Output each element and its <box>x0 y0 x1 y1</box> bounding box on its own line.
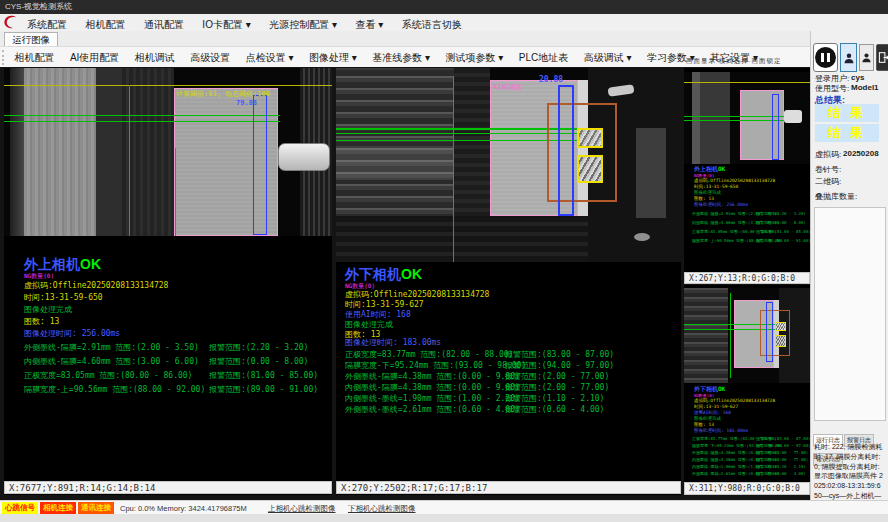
alarm-range: 报警范围:(2.00 - 77.00) <box>756 457 808 462</box>
guide-line <box>4 121 280 122</box>
logout-door-icon <box>878 51 888 64</box>
cpu-memory-status: Cpu: 0.0% Memory: 3424.41796875M <box>120 504 247 513</box>
tool-ai-usage-config[interactable]: AI使用配置 <box>66 51 123 65</box>
measure-value-label: 20.88 <box>539 75 563 84</box>
alarm-range: 报警范围:(83.00 - 87.00) <box>756 436 811 441</box>
measurement-text: 隔膜宽度-下=95.24mm 范围:(93.00 - 98.00) <box>345 361 526 370</box>
right-camera-image[interactable]: AI检测区 20.88 <box>336 68 681 262</box>
image-band <box>684 288 728 383</box>
tool-advanced-settings[interactable]: 高级设置 <box>186 51 234 65</box>
measurement-text: 内侧墨线-隔膜=4.38mm 范围:(0.00 - 9.00) <box>345 383 520 392</box>
exit-button[interactable] <box>876 44 888 71</box>
measurement-text: 外侧墨线-隔膜=4.38mm 范围:(0.00 - 9.00) <box>345 372 520 381</box>
tool-camera-debug[interactable]: 相机调试 <box>131 51 179 65</box>
measurement-row: 内侧墨线-隔膜=4.38mm 范围:(0.00 - 9.00)报警范围:(2.0… <box>692 457 779 462</box>
image-band <box>692 72 700 164</box>
tool-plc-address-table[interactable]: PLC地址表 <box>515 51 572 65</box>
camera-name: 外下相机 <box>345 267 401 282</box>
measurement-row: 隔膜宽度-下=95.24mm 范围:(93.00 - 98.00)报警范围:(9… <box>345 360 526 371</box>
measurement-text: 正极宽度=83.05mm 范围:(80.00 - 86.00) <box>24 371 192 380</box>
info-list-box[interactable] <box>814 207 886 421</box>
alarm-range: 报警范围:(1.10 - 2.10) <box>505 393 604 404</box>
tool-camera-config[interactable]: 相机配置 <box>10 51 58 65</box>
alarm-range: 报警范围:(83.00 - 87.00) <box>505 349 614 360</box>
alarm-range: 报警范围:(2.00 - 77.00) <box>756 450 808 455</box>
info-panel: 登录用户: cys 使用型号: Model1 总结果: 结 果 结 果 虚拟码:… <box>810 31 888 500</box>
alarm-range: 报警范围:(94.00 - 97.00) <box>756 443 811 448</box>
upper-camera-heartbeat-link[interactable]: 上相机心跳检测图像 <box>268 504 336 514</box>
guide-line <box>684 116 784 117</box>
result-box-upper: 结 果 <box>815 104 879 122</box>
process-done-line: 图像处理完成 <box>694 190 721 195</box>
small-bottom-image[interactable] <box>684 288 810 383</box>
person-icon <box>861 52 872 63</box>
left-camera-image[interactable]: 计算阈值:93, 动态阈值:100 79.88 <box>4 68 332 236</box>
operator-button[interactable] <box>859 44 874 71</box>
defect-rect-yellow <box>577 128 603 148</box>
alarm-range: 报警范围:(0.00 - 8.00) <box>756 220 806 225</box>
small-top-image[interactable] <box>684 72 810 164</box>
login-user-value: cys <box>851 73 864 82</box>
measure-value-label: 79.88 <box>236 99 257 107</box>
time-line: 时间:13-31-59-650 <box>24 292 103 303</box>
machine-highlight <box>636 128 666 218</box>
detect-rect-blue <box>772 94 779 160</box>
guide-line-vertical <box>175 148 176 236</box>
alarm-range: 报警范围:(81.00 - 85.00) <box>756 229 811 234</box>
small-views-caption: 画面显示 模式选择 画面锁定 <box>686 57 782 66</box>
status-bar: 心跳信号 相机连接 通讯连接 Cpu: 0.0% Memory: 3424.41… <box>0 500 888 515</box>
defect-rect-yellow <box>775 322 786 331</box>
measurement-row: 外侧墨线-隔膜=2.91mm 范围:(2.00 - 3.50)报警范围:(2.2… <box>692 211 779 216</box>
process-time-line: 图像处理时间: 256.00ms <box>694 202 748 207</box>
image-band <box>24 68 96 236</box>
menu-bar: 系统配置 相机配置 通讯配置 IO卡配置 ▾ 光源控制配置 ▾ 查看 ▾ 系统语… <box>0 14 888 32</box>
camera-status-ok: OK <box>718 165 725 172</box>
frame-count-line: 图数: 13 <box>694 196 714 201</box>
alarm-range: 报警范围:(2.20 - 3.20) <box>756 211 806 216</box>
detect-rect-blue <box>558 85 574 216</box>
lower-camera-heartbeat-link[interactable]: 下相机心跳检测图像 <box>348 504 416 514</box>
measurement-text: 正极宽度=83.77mm 范围:(82.00 - 88.00) <box>345 350 513 359</box>
camera-status-ok: OK <box>80 256 101 272</box>
toolbar-grip[interactable] <box>2 50 7 65</box>
app-logo-icon <box>2 14 19 30</box>
defect-rect-yellow <box>577 155 603 183</box>
camera-connect-badge: 相机连接 <box>40 502 76 514</box>
virtual-code-label: 虚拟码: <box>815 149 841 160</box>
alarm-range: 报警范围:(89.00 - 91.00) <box>209 384 318 395</box>
window-title: CYS-视觉检测系统 <box>5 2 72 11</box>
barcode-line: 虚拟码:Offline20250208133134728 <box>694 398 775 403</box>
tool-image-processing-menu[interactable]: 图像处理 ▾ <box>305 51 361 65</box>
result-box-lower: 结 果 <box>815 124 879 142</box>
threshold-label: 计算阈值:93, 动态阈值:100 <box>176 89 270 99</box>
pause-button[interactable] <box>813 43 838 72</box>
frame-count-line: 图数: 13 <box>694 422 714 427</box>
detect-rect-blue <box>253 95 267 235</box>
qr-code-label: 二维码: <box>815 176 841 187</box>
time-line: 时间:13-31-59-650 <box>694 184 738 189</box>
measurement-text: 隔膜宽度-上=90.56mm 范围:(88.00 - 92.00) <box>24 385 205 394</box>
reject-bin-count-label: 叠抛库数量: <box>815 191 857 202</box>
measurement-text: 外侧墨线-隔膜=2.91mm 范围:(2.00 - 3.50) <box>24 343 199 352</box>
detect-rect-orange <box>760 310 790 356</box>
barcode-line: 虚拟码:Offline20250208133134728 <box>694 178 775 183</box>
right-camera-panel: AI检测区 20.88 外下相机OK NG数量(0) 虚拟码:Offline20… <box>336 68 681 495</box>
tool-spotcheck-menu[interactable]: 点检设置 ▾ <box>242 51 298 65</box>
process-time-line: 图像处理时间: 183.00ms <box>694 428 748 433</box>
alarm-range: 报警范围:(1.10 - 2.10) <box>756 464 806 469</box>
measurement-row: 内侧墨线-隔膜=4.38mm 范围:(0.00 - 9.00)报警范围:(2.0… <box>345 382 520 393</box>
camera-status-ok: OK <box>401 266 422 282</box>
window-bottom-edge <box>0 514 888 522</box>
user-login-button[interactable] <box>840 43 857 72</box>
alarm-range: 报警范围:(94.00 - 97.00) <box>505 360 614 371</box>
person-icon <box>843 52 855 64</box>
model-value[interactable]: Model1 <box>851 83 879 92</box>
measurement-row: 内侧墨线-隔膜=4.60mm 范围:(3.00 - 6.00)报警范围:(0.0… <box>692 220 779 225</box>
measurement-text: 内侧墨线-墨线=1.90mm 范围:(1.00 - 2.20) <box>345 394 520 403</box>
tool-advanced-debug-menu[interactable]: 高级调试 ▾ <box>580 51 636 65</box>
measurement-row: 内侧墨线-墨线=1.90mm 范围:(1.00 - 2.20)报警范围:(1.1… <box>345 393 520 404</box>
tool-baseline-params-menu[interactable]: 基准线参数 ▾ <box>368 51 434 65</box>
tool-test-params-menu[interactable]: 测试项参数 ▾ <box>442 51 508 65</box>
measurement-text: 内侧墨线-隔膜=4.60mm 范围:(3.00 - 6.00) <box>24 357 199 366</box>
measurement-row: 内侧墨线-隔膜=4.60mm 范围:(3.00 - 6.00)报警范围:(0.0… <box>24 356 199 367</box>
